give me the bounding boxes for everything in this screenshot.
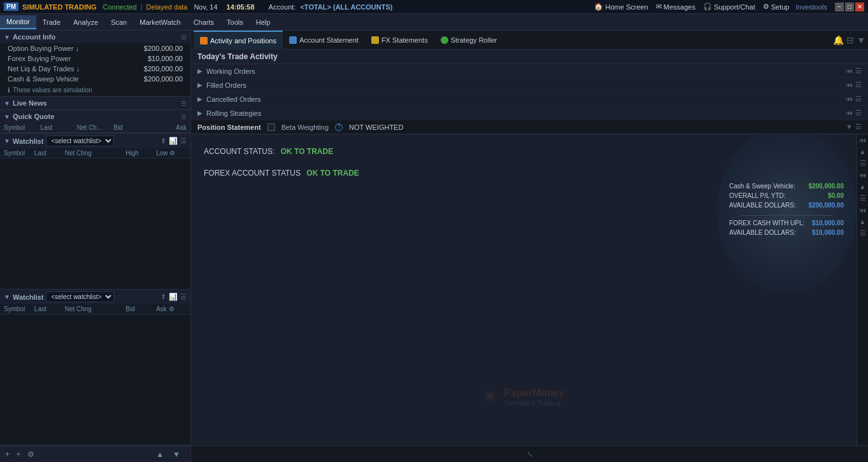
watchlist2-up-icon[interactable]: ⬆: [160, 293, 166, 301]
sidebar-scroll-down[interactable]: ▼: [173, 450, 180, 459]
sidebar-scroll-up[interactable]: ▲: [156, 450, 164, 459]
tab-account-statement[interactable]: Account Statement: [283, 31, 365, 50]
cancelled-orders-row[interactable]: ▶ Cancelled Orders ⏮ ☰: [191, 92, 868, 106]
close-button[interactable]: ✕: [855, 3, 864, 11]
qq-col-symbol: Symbol: [4, 124, 40, 131]
menu-help[interactable]: Help: [250, 16, 277, 29]
notif-icon[interactable]: 🔔: [833, 35, 844, 45]
resize-icon[interactable]: ⤡: [527, 450, 533, 459]
info-icon: ℹ: [8, 87, 10, 94]
working-orders-row[interactable]: ▶ Working Orders ⏮ ☰: [191, 64, 868, 78]
watchlist1-select[interactable]: <select watchlist>: [46, 136, 114, 146]
cancelled-orders-label: Cancelled Orders: [206, 95, 261, 103]
menu-charts[interactable]: Charts: [187, 16, 220, 29]
live-news-header[interactable]: ▼ Live News ☰: [0, 97, 190, 109]
watchlist2-menu-icon[interactable]: ☰: [180, 293, 187, 301]
position-list-icon[interactable]: ☰: [855, 123, 862, 131]
forex-buying-power-value: $10,000.00: [148, 55, 183, 62]
account-info-header[interactable]: ▼ Account Info ☰: [0, 31, 190, 43]
ctrl-top2[interactable]: ⏮: [857, 169, 868, 181]
beta-weighting-checkbox[interactable]: [267, 123, 275, 131]
net-liq-label: Net Liq & Day Trades ↓: [8, 65, 80, 73]
info-pl-label: OVERALL P/L YTD:: [729, 192, 786, 199]
account-info-title: Account Info: [13, 33, 55, 41]
investools-label[interactable]: Investools: [795, 3, 827, 11]
support-btn[interactable]: 🎧 Support/Chat: [703, 3, 755, 11]
menu-monitor[interactable]: Monitor: [0, 15, 36, 29]
sidebar-bottom-settings[interactable]: ⚙: [27, 450, 34, 459]
tab-fx-label: FX Statements: [381, 36, 428, 44]
layout-icon[interactable]: ⊟: [846, 35, 854, 45]
watchlist1-columns: Symbol Last Net Chng High Low ⚙: [0, 148, 190, 158]
beta-help-icon[interactable]: ?: [335, 123, 343, 131]
tab-fx-statements[interactable]: FX Statements: [365, 31, 434, 50]
watchlist2-columns: Symbol Last Net Chng Bid Ask ⚙: [0, 304, 190, 314]
sidebar-bottom-add[interactable]: ＋: [15, 449, 22, 459]
minimize-button[interactable]: −: [835, 3, 844, 11]
watchlist1-arrow: ▼: [4, 137, 10, 144]
ctrl-up[interactable]: ▲: [857, 146, 868, 157]
info-pl-value: $0.00: [828, 192, 844, 199]
w2-col-last: Last: [34, 305, 65, 312]
cancelled-list-icon[interactable]: ☰: [855, 95, 862, 103]
watchlist2-select[interactable]: <select watchlist>: [46, 291, 114, 302]
filled-orders-row[interactable]: ▶ Filled Orders ⏮ ☰: [191, 78, 868, 92]
filled-list-icon[interactable]: ☰: [855, 81, 862, 89]
watchlist1-chart-icon[interactable]: 📊: [169, 137, 178, 145]
rolling-list-icon[interactable]: ☰: [855, 109, 862, 117]
menu-tools[interactable]: Tools: [220, 16, 250, 29]
tab-activity-icon: [200, 37, 208, 45]
content-bottom-resize[interactable]: ⤡: [191, 445, 868, 462]
net-liq-value: $200,000.00: [144, 65, 183, 73]
sidebar: ▼ Account Info ☰ Option Buying Power ↓ $…: [0, 31, 191, 462]
simulation-note-text: These values are simulation: [13, 87, 92, 94]
rolling-scroll-top-icon[interactable]: ⏮: [846, 109, 853, 117]
watermark-sub: Simulated Trading: [504, 399, 564, 407]
menu-marketwatch[interactable]: MarketWatch: [133, 16, 187, 29]
tab-account-icon: [289, 36, 297, 44]
quick-quote-title: Quick Quote: [13, 113, 54, 120]
sidebar-bottom-plus[interactable]: +: [5, 450, 10, 459]
scroll-right-icon[interactable]: ▼: [857, 35, 865, 45]
setup-btn[interactable]: ⚙ Setup: [763, 3, 790, 11]
position-arrow-down[interactable]: ▼: [846, 123, 853, 131]
live-news-menu-icon[interactable]: ☰: [181, 100, 187, 107]
separator: |: [141, 3, 143, 11]
content-area: Activity and Positions Account Statement…: [191, 31, 868, 462]
messages-btn[interactable]: ✉ Messages: [656, 3, 695, 11]
ctrl-list3[interactable]: ☰: [858, 227, 868, 239]
watchlist2-chart-icon[interactable]: 📊: [169, 293, 178, 301]
filled-scroll-top-icon[interactable]: ⏮: [846, 81, 853, 89]
ctrl-up2[interactable]: ▲: [857, 181, 868, 192]
rolling-strategies-row[interactable]: ▶ Rolling Strategies ⏮ ☰: [191, 106, 868, 120]
quick-quote-header[interactable]: ▼ Quick Quote ☰: [0, 110, 190, 123]
watchlist1-up-icon[interactable]: ⬆: [160, 137, 166, 145]
tab-strategy-roller[interactable]: Strategy Roller: [434, 31, 504, 50]
menu-analyze[interactable]: Analyze: [67, 16, 104, 29]
ctrl-top3[interactable]: ⏮: [857, 204, 868, 216]
filled-orders-icons: ⏮ ☰: [846, 81, 862, 89]
menu-scan[interactable]: Scan: [104, 16, 133, 29]
menu-trade[interactable]: Trade: [36, 16, 67, 29]
working-orders-arrow: ▶: [197, 67, 203, 74]
w2-col-ask: Ask ⚙: [156, 305, 187, 312]
w1-col-high: High: [125, 150, 156, 157]
status-area: ACCOUNT STATUS: OK TO TRADE FOREX ACCOUN…: [191, 134, 857, 445]
maximize-button[interactable]: □: [845, 3, 854, 11]
w1-col-low: Low ⚙: [156, 150, 187, 157]
quick-quote-menu-icon[interactable]: ☰: [181, 113, 187, 120]
scroll-top-icon[interactable]: ⏮: [846, 67, 853, 75]
cancelled-scroll-top-icon[interactable]: ⏮: [846, 95, 853, 103]
ctrl-list[interactable]: ☰: [858, 157, 868, 169]
ctrl-top[interactable]: ⏮: [857, 134, 868, 146]
tab-activity-positions[interactable]: Activity and Positions: [194, 31, 283, 50]
ctrl-up3[interactable]: ▲: [857, 216, 868, 227]
watchlist1-menu-icon[interactable]: ☰: [180, 137, 187, 145]
account-info-menu-icon[interactable]: ☰: [181, 34, 187, 41]
list-icon[interactable]: ☰: [855, 67, 862, 75]
tab-fx-icon: [371, 36, 379, 44]
home-screen-btn[interactable]: 🏠 Home Screen: [594, 3, 648, 11]
ctrl-list2[interactable]: ☰: [858, 192, 868, 204]
quick-quote-columns: Symbol Last Net Ch... Bid Ask: [0, 123, 190, 133]
info-divider: [741, 215, 832, 216]
